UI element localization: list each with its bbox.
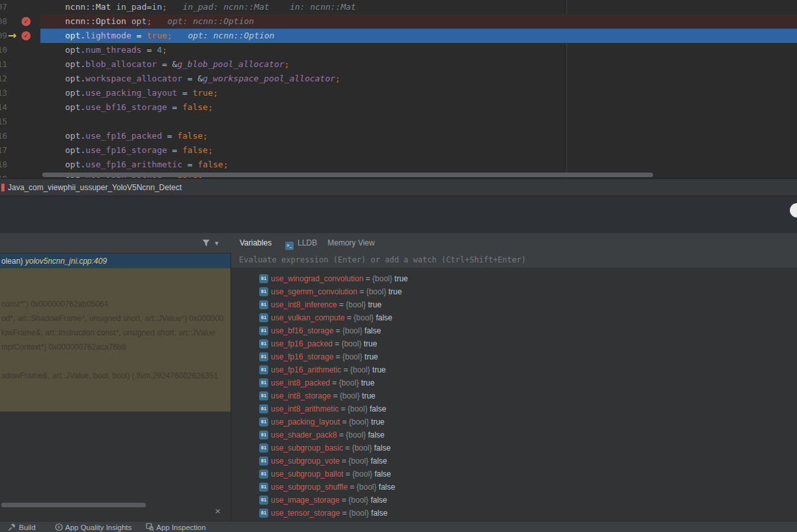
line-number[interactable]: 410 <box>0 45 7 55</box>
variable-text: use_subgroup_ballot = {bool} false <box>271 468 391 481</box>
code-text[interactable]: opt.blob_allocator = &g_blob_pool_alloca… <box>65 59 289 69</box>
frame-row-library[interactable]: const*") 0x000000762ab05064 <box>0 297 231 311</box>
primitive-value-icon: 01 <box>259 326 268 335</box>
variable-text: use_subgroup_basic = {bool} false <box>271 441 391 455</box>
variable-row[interactable]: 01use_shader_pack8 = {bool} false <box>231 428 797 441</box>
code-line[interactable]: 407ncnn::Mat in_pad=in;in_pad: ncnn::Mat… <box>0 0 797 14</box>
primitive-value-icon: 01 <box>259 430 268 440</box>
variable-row[interactable]: 01use_subgroup_ballot = {bool} false <box>231 468 797 481</box>
variable-row[interactable]: 01use_fp16_storage = {bool} true <box>231 350 797 363</box>
code-text[interactable]: opt.workspace_allocator = &g_workspace_p… <box>65 74 341 83</box>
line-number[interactable]: 416 <box>0 131 7 141</box>
code-line[interactable]: 413opt.use_packing_layout = true; <box>0 86 797 100</box>
evaluate-expression-input[interactable]: Evaluate expression (Enter) or add a wat… <box>231 253 797 268</box>
debug-session-tab-label[interactable]: Java_com_viewphii_ussuper_YoloV5Ncnn_Det… <box>8 179 182 196</box>
frame-row-library[interactable]: mplContext*) 0x000000762aca76b8 <box>0 340 231 354</box>
variable-text: use_winograd_convolution = {bool} true <box>271 272 408 285</box>
primitive-value-icon: 01 <box>259 483 268 492</box>
code-line[interactable]: 408✓ncnn::Option opt;opt: ncnn::Option <box>0 14 797 29</box>
frame-row-library[interactable] <box>0 268 231 283</box>
code-line[interactable]: 415 <box>0 115 797 129</box>
variable-row[interactable]: 01use_packing_layout = {bool} true <box>231 415 797 428</box>
variable-text: use_subgroup_shuffle = {bool} false <box>271 481 395 494</box>
code-line[interactable]: 409✓→opt.lightmode = true;opt: ncnn::Opt… <box>0 29 797 43</box>
frames-horizontal-scrollbar[interactable] <box>1 503 146 507</box>
frame-row-library[interactable] <box>0 283 231 297</box>
frame-row-library[interactable]: adowFrame&, art::JValue, bool, bool) (.l… <box>0 369 231 383</box>
editor-horizontal-scrollbar[interactable] <box>42 173 653 177</box>
frame-row-library[interactable] <box>0 397 231 412</box>
variable-row[interactable]: 01use_subgroup_vote = {bool} false <box>231 455 797 468</box>
frame-row-library[interactable] <box>0 383 231 397</box>
code-text[interactable]: opt.num_threads = 4; <box>65 45 167 55</box>
code-text[interactable]: opt.use_fp16_arithmetic = false; <box>65 160 228 169</box>
code-text[interactable]: opt.use_packing_layout = true; <box>65 88 218 98</box>
variable-row[interactable]: 01use_int8_inference = {bool} true <box>231 298 797 311</box>
variable-row[interactable]: 01use_fp16_packed = {bool} true <box>231 337 797 350</box>
frame-row-selected[interactable]: olean) yolov5ncnn_jni.cpp:409 <box>0 254 231 268</box>
code-text[interactable]: opt.use_fp16_storage = false; <box>65 145 213 155</box>
line-number[interactable]: 413 <box>0 88 7 98</box>
tab-lldb[interactable]: >_LLDB <box>285 233 317 253</box>
code-line[interactable]: 410opt.num_threads = 4; <box>0 43 797 57</box>
code-text[interactable]: opt.use_fp16_packed = false; <box>65 131 208 141</box>
primitive-value-icon: 01 <box>259 391 268 400</box>
variable-row[interactable]: 01use_int8_arithmetic = {bool} false <box>231 402 797 415</box>
line-number[interactable]: 419 <box>0 174 7 178</box>
variable-row[interactable]: 01use_fp16_arithmetic = {bool} true <box>231 363 797 376</box>
code-line[interactable]: 417opt.use_fp16_storage = false; <box>0 143 797 158</box>
app-inspection-icon <box>146 523 154 531</box>
line-number[interactable]: 412 <box>0 74 7 83</box>
frame-row-library[interactable] <box>0 354 231 369</box>
code-text[interactable]: opt.use_bf16_storage = false; <box>65 102 213 112</box>
code-line[interactable]: 411opt.blob_allocator = &g_blob_pool_all… <box>0 57 797 72</box>
code-editor[interactable]: 407ncnn::Mat in_pad=in;in_pad: ncnn::Mat… <box>0 0 797 178</box>
ide-window: 407ncnn::Mat in_pad=in;in_pad: ncnn::Mat… <box>0 0 797 532</box>
tab-memory-view[interactable]: Memory View <box>328 233 374 253</box>
line-number[interactable]: 418 <box>0 160 7 169</box>
variable-row[interactable]: 01use_int8_packed = {bool} true <box>231 376 797 389</box>
variable-row[interactable]: 01use_sgemm_convolution = {bool} true <box>231 285 797 298</box>
line-number[interactable]: 411 <box>0 59 7 69</box>
variable-row[interactable]: 01use_subgroup_shuffle = {bool} false <box>231 481 797 494</box>
code-line[interactable]: 414opt.use_bf16_storage = false; <box>0 100 797 115</box>
line-number[interactable]: 417 <box>0 145 7 155</box>
frame-row-library[interactable]: od*, art::ShadowFrame*, unsigned short, … <box>0 311 231 326</box>
app-quality-insights-icon <box>55 523 63 531</box>
variable-row[interactable]: 01use_vulkan_compute = {bool} false <box>231 311 797 324</box>
code-text[interactable]: ncnn::Mat in_pad=in;in_pad: ncnn::Mat in… <box>65 2 356 12</box>
line-number[interactable]: 415 <box>0 117 7 126</box>
close-icon[interactable]: × <box>215 506 221 516</box>
app-inspection-label: App Inspection <box>156 522 206 532</box>
variable-text: use_fp16_storage = {bool} true <box>271 350 378 363</box>
code-line[interactable]: 418opt.use_fp16_arithmetic = false; <box>0 158 797 172</box>
primitive-value-icon: 01 <box>259 339 268 348</box>
variable-row[interactable]: 01use_int8_storage = {bool} true <box>231 389 797 402</box>
variable-row[interactable]: 01use_tensor_storage = {bool} false <box>231 507 797 520</box>
line-number[interactable]: 409 <box>0 31 7 40</box>
variable-text: use_tensor_storage = {bool} false <box>271 507 387 520</box>
code-text[interactable]: opt.lightmode = true;opt: ncnn::Option <box>65 31 274 40</box>
primitive-value-icon: 01 <box>259 469 268 479</box>
code-line[interactable]: 412opt.workspace_allocator = &g_workspac… <box>0 72 797 86</box>
variable-row[interactable]: 01use_image_storage = {bool} false <box>231 494 797 507</box>
frame-row-library[interactable]: lowFrame&, art::Instruction const*, unsi… <box>0 326 231 340</box>
tab-variables[interactable]: Variables <box>240 233 272 253</box>
lldb-console-icon: >_ <box>285 242 294 250</box>
filter-caret-icon[interactable]: ▾ <box>215 233 219 253</box>
primitive-value-icon: 01 <box>259 404 268 413</box>
breakpoint-icon[interactable]: ✓ <box>21 31 31 40</box>
line-number[interactable]: 407 <box>0 2 7 12</box>
code-text[interactable]: ncnn::Option opt;opt: ncnn::Option <box>65 16 254 26</box>
code-line[interactable]: 416opt.use_fp16_packed = false; <box>0 129 797 143</box>
primitive-value-icon: 01 <box>259 456 268 466</box>
variable-row[interactable]: 01use_subgroup_basic = {bool} false <box>231 441 797 455</box>
variable-row[interactable]: 01use_bf16_storage = {bool} false <box>231 324 797 337</box>
breakpoint-icon[interactable]: ✓ <box>21 17 31 26</box>
filter-icon[interactable] <box>202 239 210 247</box>
tab-memory-view-label: Memory View <box>328 238 374 247</box>
primitive-value-icon: 01 <box>259 300 268 309</box>
line-number[interactable]: 414 <box>0 102 7 112</box>
variable-row[interactable]: 01use_winograd_convolution = {bool} true <box>231 272 797 285</box>
line-number[interactable]: 408 <box>0 16 7 26</box>
